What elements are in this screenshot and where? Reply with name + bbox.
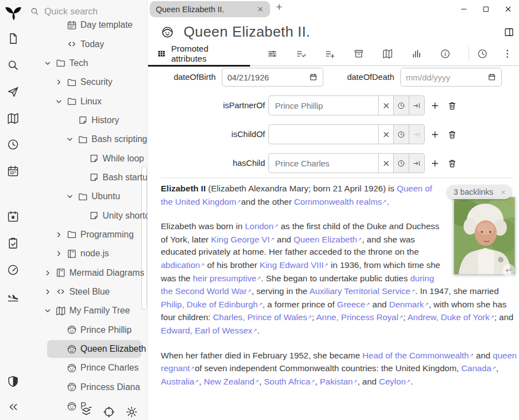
- reference-link[interactable]: Greece↗: [337, 300, 370, 309]
- tree-item[interactable]: P: [27, 397, 147, 416]
- tree-item[interactable]: Unity shortcuts: [27, 206, 147, 225]
- ribbon-archive-button[interactable]: [344, 45, 373, 62]
- travel-button[interactable]: [7, 290, 20, 303]
- tree-item[interactable]: Today: [27, 34, 147, 53]
- reference-link[interactable]: King Edward VIII↗: [260, 260, 328, 270]
- hasChild-input[interactable]: Prince Charles: [268, 153, 378, 173]
- go-to-note-button[interactable]: [409, 95, 425, 115]
- reference-link[interactable]: London↗: [245, 221, 278, 231]
- add-attribute-button[interactable]: [428, 153, 441, 173]
- tree-item[interactable]: Programming: [27, 225, 147, 244]
- reference-link[interactable]: heir presumptive↗: [193, 274, 261, 283]
- recent-notes-button[interactable]: [394, 153, 409, 173]
- delete-attribute-button[interactable]: [445, 95, 459, 115]
- dateOfBirth-input[interactable]: 04/21/1926: [222, 68, 323, 87]
- clear-value-button[interactable]: [378, 153, 394, 173]
- tree-item[interactable]: Bash scripting: [27, 130, 147, 149]
- clear-value-button[interactable]: [378, 124, 394, 144]
- close-icon[interactable]: [500, 189, 506, 195]
- reference-link[interactable]: New Zealand↗: [203, 377, 259, 386]
- tree-item[interactable]: While loop: [27, 149, 147, 168]
- isChildOf-input[interactable]: [268, 124, 378, 144]
- reference-link[interactable]: Anne, Princess Royal↗: [316, 312, 403, 322]
- minimize-button[interactable]: [452, 0, 475, 18]
- reference-link[interactable]: Canada↗: [461, 363, 496, 373]
- reference-link[interactable]: Queen Elizabeth↗: [294, 235, 362, 244]
- ribbon-bar-chart-button[interactable]: [402, 45, 431, 62]
- chevron-right-icon[interactable]: [43, 269, 55, 277]
- reference-link[interactable]: Denmark↗: [389, 300, 429, 309]
- reference-link[interactable]: abdication↗: [161, 260, 205, 270]
- tree-item[interactable]: Ubuntu: [27, 187, 147, 206]
- ribbon-list-check-button[interactable]: [287, 45, 316, 62]
- dateOfDeath-input[interactable]: mm/dd/yyyy: [400, 68, 502, 87]
- tree-item[interactable]: Queen Elizabeth: [27, 340, 147, 358]
- task-list-button[interactable]: [7, 237, 20, 250]
- tree-item[interactable]: node.js: [27, 244, 147, 263]
- reference-link[interactable]: King George VI↗: [211, 235, 274, 244]
- tree-item[interactable]: My Family Tree: [27, 301, 147, 320]
- tree-item[interactable]: Tech: [27, 54, 147, 73]
- tree-item[interactable]: [27, 416, 147, 420]
- reference-link[interactable]: Charles, Prince of Wales↗: [213, 312, 312, 322]
- reference-link[interactable]: Ceylon↗: [379, 377, 411, 386]
- tab-promoted-attributes[interactable]: Promoted attributes: [147, 42, 250, 65]
- reference-link[interactable]: Philip, Duke of Edinburgh↗: [161, 300, 262, 309]
- chevron-down-icon[interactable]: [65, 135, 78, 144]
- new-tab-icon[interactable]: [275, 3, 283, 11]
- reference-link[interactable]: Head of the Commonwealth↗: [363, 351, 474, 360]
- calendar-button[interactable]: [7, 165, 20, 178]
- new-note-button[interactable]: [7, 32, 20, 45]
- reference-link[interactable]: Pakistan↗: [320, 377, 358, 386]
- chevron-down-icon[interactable]: [43, 59, 55, 68]
- clear-value-button[interactable]: [378, 95, 394, 115]
- search-button[interactable]: [7, 59, 20, 72]
- today-button[interactable]: [7, 210, 20, 224]
- tree-item[interactable]: Steel Blue: [27, 282, 147, 301]
- split-panel-icon[interactable]: [503, 27, 515, 38]
- reference-link[interactable]: Commonwealth realms↗: [294, 197, 386, 206]
- maximize-button[interactable]: [475, 0, 497, 18]
- isPartnerOf-input[interactable]: Prince Phillip: [268, 95, 378, 115]
- tree-item[interactable]: Mermaid Diagrams: [27, 263, 147, 282]
- tree-item[interactable]: Bash startup: [27, 168, 147, 187]
- delete-attribute-button[interactable]: [445, 124, 459, 144]
- collapse-panel-button[interactable]: [7, 401, 20, 414]
- chevron-down-icon[interactable]: [65, 192, 78, 201]
- trilium-logo[interactable]: [4, 3, 23, 22]
- chevron-right-icon[interactable]: [43, 287, 55, 296]
- chevron-right-icon[interactable]: [54, 230, 67, 239]
- dashboard-button[interactable]: [7, 264, 20, 277]
- note-map-button[interactable]: [7, 112, 20, 125]
- ribbon-history-button[interactable]: [469, 45, 496, 62]
- tree-item[interactable]: Security: [27, 73, 147, 92]
- reference-link[interactable]: Auxiliary Territorial Service↗: [309, 286, 415, 296]
- tree-item[interactable]: Day template: [27, 16, 147, 34]
- ribbon-map-button[interactable]: [373, 45, 402, 62]
- chevron-down-icon[interactable]: [54, 97, 67, 106]
- delete-attribute-button[interactable]: [445, 153, 459, 173]
- ribbon-info-button[interactable]: [431, 45, 460, 62]
- tree-item[interactable]: Linux: [27, 92, 147, 110]
- reference-link[interactable]: Edward, Earl of Wessex↗: [161, 326, 257, 335]
- calendar-icon[interactable]: [487, 73, 496, 82]
- tree-item[interactable]: Prince Phillip: [27, 321, 147, 340]
- recent-notes-button[interactable]: [394, 95, 409, 115]
- tab-queen-elizabeth[interactable]: Queen Elizabeth II.: [150, 1, 270, 17]
- chevron-right-icon[interactable]: [54, 78, 67, 87]
- add-attribute-button[interactable]: [428, 95, 441, 115]
- calendar-icon[interactable]: [309, 73, 318, 82]
- chevron-right-icon[interactable]: [54, 249, 67, 258]
- protected-session-button[interactable]: [7, 375, 20, 388]
- tab-close-icon[interactable]: [257, 6, 264, 13]
- portrait-image[interactable]: [454, 197, 515, 275]
- reference-link[interactable]: South Africa↗: [264, 377, 315, 386]
- go-to-note-button[interactable]: [409, 153, 425, 173]
- recent-changes-button[interactable]: [7, 138, 20, 151]
- tree-item[interactable]: History: [27, 111, 147, 130]
- jump-to-note-button[interactable]: [7, 85, 20, 99]
- chevron-down-icon[interactable]: [43, 306, 55, 315]
- go-to-note-button[interactable]: [409, 124, 425, 144]
- enter-icon[interactable]: ↵: [503, 264, 515, 277]
- reference-link[interactable]: Australia↗: [161, 377, 199, 386]
